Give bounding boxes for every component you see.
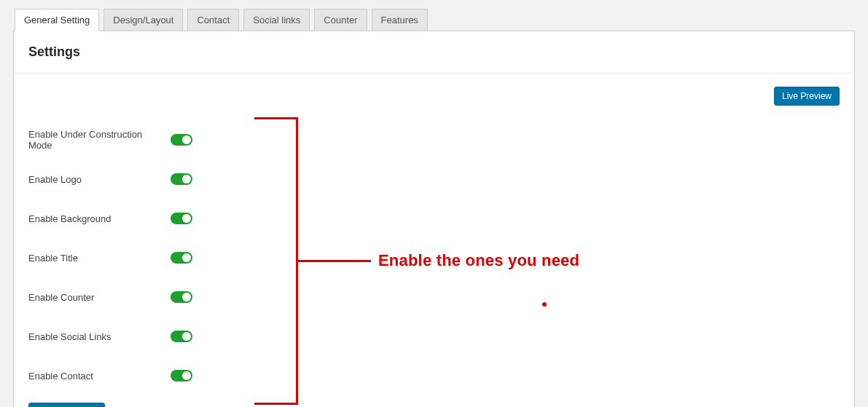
setting-enable-contact: Enable Contact: [28, 356, 840, 395]
page-title: Settings: [28, 44, 840, 60]
toggle-enable-social-links[interactable]: [171, 331, 192, 342]
setting-enable-background: Enable Background: [28, 199, 840, 238]
setting-label: Enable Counter: [28, 292, 171, 303]
settings-list: Enable Under Construction Mode Enable Lo…: [28, 120, 840, 395]
tab-social-links[interactable]: Social links: [243, 9, 310, 31]
setting-enable-counter: Enable Counter: [28, 277, 840, 317]
setting-enable-title: Enable Title: [28, 238, 840, 277]
toggle-enable-logo[interactable]: [171, 173, 192, 185]
toggle-enable-background[interactable]: [171, 213, 192, 224]
setting-label: Enable Social Links: [28, 331, 171, 342]
setting-label: Enable Under Construction Mode: [28, 129, 171, 151]
tab-general-setting[interactable]: General Setting: [15, 9, 99, 31]
setting-label: Enable Logo: [28, 174, 171, 185]
toggle-enable-contact[interactable]: [171, 370, 192, 382]
toggle-enable-under-construction-mode[interactable]: [171, 134, 192, 146]
setting-enable-under-construction-mode: Enable Under Construction Mode: [28, 120, 840, 159]
live-preview-button[interactable]: Live Preview: [774, 87, 840, 106]
save-button[interactable]: Save Changes: [28, 403, 105, 407]
setting-label: Enable Title: [28, 253, 171, 264]
settings-panel: Settings Live Preview Enable Under Const…: [13, 31, 855, 407]
setting-label: Enable Background: [28, 213, 171, 224]
setting-enable-social-links: Enable Social Links: [28, 317, 840, 356]
tabs-bar: General Setting Design/Layout Contact So…: [13, 9, 855, 31]
tab-design-layout[interactable]: Design/Layout: [103, 9, 183, 31]
setting-enable-logo: Enable Logo: [28, 159, 840, 199]
tab-contact[interactable]: Contact: [187, 9, 239, 31]
tab-features[interactable]: Features: [372, 9, 428, 31]
tab-counter[interactable]: Counter: [314, 9, 367, 31]
toggle-enable-title[interactable]: [171, 252, 192, 264]
toggle-enable-counter[interactable]: [171, 291, 192, 303]
setting-label: Enable Contact: [28, 371, 171, 382]
